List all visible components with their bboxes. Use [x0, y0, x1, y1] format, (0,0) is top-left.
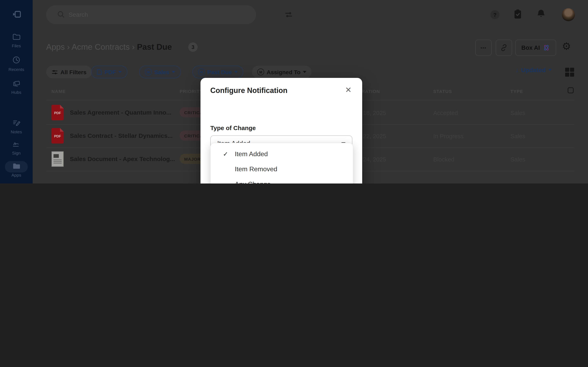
metadata-icon: M — [198, 68, 205, 75]
arrow-down-icon: ↓ — [516, 67, 519, 73]
item-count-badge: 3 — [188, 42, 198, 52]
status-cell: In Progress — [433, 133, 463, 140]
column-header-type[interactable]: TYPE — [510, 89, 523, 94]
file-name[interactable]: Sales Agreement - Quantum Inno... — [70, 109, 171, 116]
user-avatar[interactable] — [562, 8, 575, 21]
link-icon — [500, 44, 508, 52]
breadcrumb-apps-link[interactable]: Apps — [46, 42, 65, 51]
share-link-button[interactable] — [496, 40, 512, 56]
status-cell: Blocked — [433, 156, 454, 163]
column-header-status[interactable]: STATUS — [433, 89, 452, 94]
chevron-down-icon — [172, 71, 175, 73]
sidebar: Files Recents Hubs Notes Sign — [0, 0, 33, 184]
search-filters-icon[interactable] — [285, 11, 293, 19]
expiration-cell: 18, 2025 — [363, 110, 386, 116]
expiration-cell: 24, 2025 — [363, 156, 386, 163]
breadcrumb-separator: › — [67, 42, 70, 51]
chevron-down-icon — [234, 71, 238, 73]
tasks-clipboard-icon[interactable] — [513, 9, 522, 20]
filter-chip-sales[interactable]: M Sales — [139, 66, 181, 78]
file-name[interactable]: Sales Document - Apex Technolog... — [70, 155, 175, 162]
filter-chip-assigned-to[interactable]: M Assigned To — [252, 66, 311, 78]
apps-folder-icon — [12, 163, 20, 169]
filters-sliders-icon — [52, 69, 58, 75]
select-all-checkbox[interactable] — [568, 87, 574, 93]
search-input[interactable]: Search — [46, 5, 256, 24]
hubs-icon — [12, 80, 20, 86]
file-name[interactable]: Sales Contract - Stellar Dynamics... — [70, 132, 173, 139]
sidebar-item-recents[interactable]: Recents — [0, 56, 33, 72]
clock-icon — [13, 56, 20, 64]
filter-chip-pdf[interactable]: PDF — [91, 66, 127, 78]
menu-item-item-added[interactable]: ✓ Item Added — [211, 146, 353, 162]
chevron-down-icon — [303, 71, 306, 73]
help-icon[interactable]: ? — [490, 10, 499, 19]
dialog-title: Configure Notification — [210, 86, 287, 95]
breadcrumb: Apps › Acme Contracts › Past Due — [46, 42, 172, 52]
chevron-down-icon — [548, 69, 552, 71]
box-logo-collapse-icon[interactable] — [13, 11, 21, 18]
app-window: Files Recents Hubs Notes Sign — [0, 0, 588, 184]
box-ai-atom-icon — [543, 44, 550, 51]
notes-pencil-icon — [12, 119, 20, 126]
type-of-change-label: Type of Change — [210, 124, 256, 131]
signature-icon — [12, 141, 21, 147]
grid-view-icon[interactable] — [565, 68, 574, 77]
status-cell: Accepted — [433, 110, 458, 116]
search-placeholder: Search — [69, 11, 88, 18]
sidebar-item-notes[interactable]: Notes — [0, 119, 33, 134]
pdf-file-icon: PDF — [52, 128, 64, 143]
chevron-down-icon — [118, 71, 122, 73]
check-icon: ✓ — [223, 150, 229, 158]
menu-item-item-removed[interactable]: Item Removed — [211, 161, 353, 177]
type-cell: Sales — [510, 110, 525, 116]
all-filters-button[interactable]: All Filters — [46, 66, 92, 78]
breadcrumb-acme-contracts-link[interactable]: Acme Contracts — [72, 42, 130, 51]
type-cell: Sales — [510, 156, 525, 163]
sidebar-item-sign[interactable]: Sign — [0, 141, 33, 156]
sidebar-item-files[interactable]: Files — [0, 33, 33, 49]
document-thumbnail — [52, 151, 64, 167]
configure-notification-dialog: Configure Notification ✕ Type of Change … — [200, 78, 362, 184]
metadata-icon: M — [257, 68, 264, 75]
sidebar-item-hubs[interactable]: Hubs — [0, 80, 33, 95]
folder-icon — [12, 33, 20, 40]
column-header-name[interactable]: NAME — [52, 89, 66, 94]
settings-gear-icon[interactable]: ⚙ — [562, 40, 571, 52]
breadcrumb-current: Past Due — [137, 42, 172, 51]
menu-item-any-change[interactable]: Any Change — [211, 176, 353, 184]
breadcrumb-separator: › — [132, 42, 135, 51]
sort-by-updated-button[interactable]: ↓ Updated — [516, 67, 552, 73]
pdf-file-icon: PDF — [52, 105, 64, 120]
type-cell: Sales — [510, 133, 525, 140]
metadata-icon: M — [145, 68, 152, 75]
notifications-bell-icon[interactable] — [536, 9, 545, 20]
filter-chip-past-due[interactable]: M Past Due — [192, 66, 243, 78]
pdf-doc-icon — [97, 69, 102, 75]
more-actions-button[interactable]: ••• — [475, 40, 492, 56]
column-header-priority[interactable]: PRIORITY — [180, 89, 203, 94]
expiration-cell: 22, 2025 — [363, 133, 386, 140]
box-ai-button[interactable]: Box AI — [515, 40, 556, 56]
sidebar-item-apps[interactable]: Apps — [0, 163, 33, 178]
type-of-change-dropdown-menu: ✓ Item Added Item Removed Any Change — [210, 143, 353, 184]
close-icon[interactable]: ✕ — [345, 85, 352, 95]
search-icon — [57, 11, 65, 18]
